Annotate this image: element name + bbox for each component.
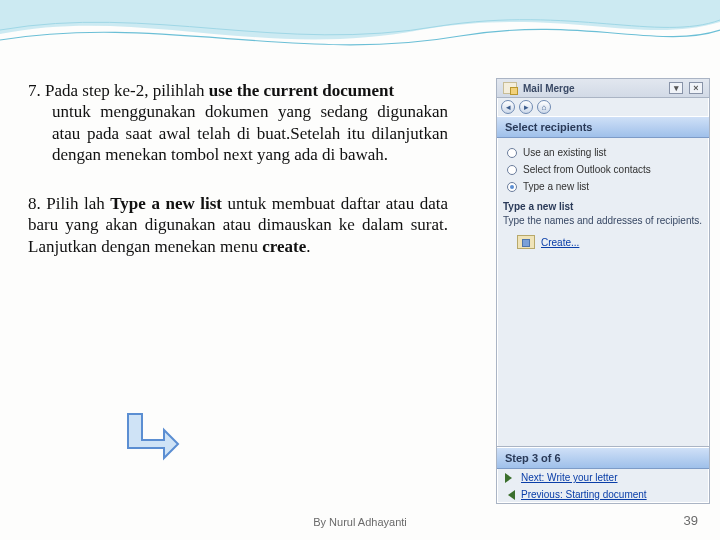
prev-arrow-icon — [505, 490, 515, 500]
p7-rest: untuk menggunakan dokumen yang sedang di… — [52, 101, 448, 165]
p8-end: . — [306, 237, 310, 256]
next-step-link[interactable]: Next: Write your letter — [497, 469, 709, 486]
p7-prefix: 7. Pada step ke-2, pilihlah — [28, 81, 209, 100]
next-arrow-icon — [505, 473, 515, 483]
p8-bold: Type a new list — [110, 194, 222, 213]
step-head: Step 3 of 6 — [497, 447, 709, 469]
prev-step-label: Previous: Starting document — [521, 489, 647, 500]
paragraph-7: 7. Pada step ke-2, pilihlah use the curr… — [28, 80, 448, 165]
footer-credit: By Nurul Adhayanti — [0, 516, 720, 528]
prev-step-link[interactable]: Previous: Starting document — [497, 486, 709, 503]
p7-bold: use the current document — [209, 81, 394, 100]
p8-bold2: create — [262, 237, 306, 256]
arrow-down-right-icon — [120, 410, 180, 470]
paragraph-8: 8. Pilih lah Type a new list untuk membu… — [28, 193, 448, 257]
next-step-label: Next: Write your letter — [521, 472, 618, 483]
page-number: 39 — [684, 513, 698, 528]
p8-prefix: 8. Pilih lah — [28, 194, 110, 213]
